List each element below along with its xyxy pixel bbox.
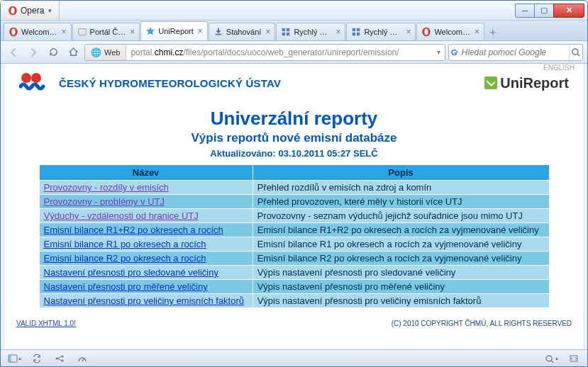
- turbo-button[interactable]: [74, 352, 90, 365]
- tab-close-icon[interactable]: ×: [335, 28, 340, 36]
- report-name-cell: Nastavení přesnosti pro veličiny emisníc…: [39, 294, 253, 308]
- search-go-button[interactable]: [569, 45, 582, 60]
- search-engine-icon[interactable]: G ▾: [449, 47, 462, 57]
- report-desc-cell: Provozovny - seznam výduchů jejichž souř…: [253, 209, 549, 223]
- col-desc-header: Popis: [253, 165, 549, 181]
- new-tab-button[interactable]: +: [485, 25, 501, 40]
- page-subtitle: Výpis reportů nové emisní databáze: [13, 131, 575, 145]
- search-input[interactable]: [462, 47, 569, 57]
- page-footer: VALID XHTML 1.0! (C) 2010 COPYRIGHT ČHMÚ…: [13, 320, 575, 327]
- panel-icon: [8, 354, 18, 363]
- tab[interactable]: UniReport×: [140, 21, 208, 40]
- svg-rect-7: [287, 28, 289, 31]
- url-text[interactable]: portal.chmi.cz/files/portal/docs/uoco/we…: [126, 47, 433, 57]
- svg-rect-11: [357, 28, 360, 31]
- link-button[interactable]: [52, 352, 67, 365]
- table-row: Výduchy - vzdálenosti od hranice UTJProv…: [39, 209, 549, 223]
- copyright-text: (C) 2010 COPYRIGHT ČHMÚ, ALL RIGHTS RESE…: [392, 320, 572, 327]
- tab-favicon-icon: [213, 27, 223, 37]
- tab[interactable]: Portál Č…×: [72, 23, 140, 40]
- chmi-logo-icon: [19, 72, 53, 94]
- tab-favicon-icon: [145, 26, 155, 36]
- table-row: Emisní bilance R1 po okresech a rocíchEm…: [39, 237, 549, 252]
- tab-bar: Welcom…×Portál Č…×UniReport×Stahování×Ry…: [1, 21, 587, 41]
- report-link[interactable]: Nastavení přesnosti pro sledované veliči…: [44, 267, 218, 278]
- svg-rect-12: [353, 33, 355, 35]
- reload-button[interactable]: [45, 44, 62, 61]
- report-desc-cell: Výpis nastavení přesnosti pro sledované …: [253, 266, 549, 280]
- report-name-cell: Nastavení přesnosti pro sledované veliči…: [39, 266, 253, 280]
- report-name-cell: Výduchy - vzdálenosti od hranice UTJ: [39, 209, 253, 223]
- tab[interactable]: Rychlý p…×: [346, 23, 416, 40]
- close-button[interactable]: ✕: [553, 4, 584, 18]
- svg-rect-4: [78, 29, 86, 35]
- tab-close-icon[interactable]: ×: [265, 28, 270, 36]
- report-desc-cell: Výpis nastavení přesnosti pro veličiny e…: [253, 294, 549, 308]
- fit-button[interactable]: [566, 352, 582, 365]
- fit-icon: [569, 354, 579, 363]
- opera-menu-button[interactable]: Opera ▾: [1, 1, 60, 20]
- report-link[interactable]: Výduchy - vzdálenosti od hranice UTJ: [44, 210, 199, 221]
- svg-rect-22: [9, 355, 11, 362]
- reload-icon: [48, 47, 59, 57]
- forward-button[interactable]: [25, 44, 42, 61]
- svg-point-15: [425, 28, 428, 35]
- opera-logo-icon: [8, 6, 18, 16]
- google-g-icon: G ▾: [450, 47, 460, 57]
- back-arrow-icon: [8, 47, 19, 58]
- svg-point-26: [546, 356, 552, 361]
- tab[interactable]: Welcom…×: [416, 23, 484, 40]
- address-bar[interactable]: 🌐 Web portal.chmi.cz/files/portal/docs/u…: [84, 44, 445, 61]
- svg-point-19: [21, 73, 31, 83]
- report-link[interactable]: Nastavení přesnosti pro veličiny emisníc…: [44, 295, 245, 306]
- minimize-button[interactable]: ─: [515, 4, 535, 18]
- tab-close-icon[interactable]: ×: [406, 28, 411, 36]
- tab-close-icon[interactable]: ×: [475, 28, 479, 36]
- status-bar: ▴ ▴: [1, 349, 587, 366]
- table-row: Emisní bilance R1+R2 po okresech a rocíc…: [39, 223, 549, 237]
- report-link[interactable]: Provozovny - rozdíly v emisích: [44, 182, 169, 193]
- tab-label: Rychlý p…: [364, 28, 401, 36]
- report-link[interactable]: Emisní bilance R2 po okresech a rocích: [44, 253, 206, 264]
- report-desc-cell: Přehled provozoven, které měly v histori…: [253, 195, 549, 209]
- tab-favicon-icon: [281, 27, 291, 37]
- search-box[interactable]: G ▾: [448, 44, 583, 61]
- reports-table: Název Popis Provozovny - rozdíly v emisí…: [39, 164, 550, 308]
- table-row: Provozovny - problémy v UTJPřehled provo…: [39, 195, 549, 209]
- tab-close-icon[interactable]: ×: [130, 28, 135, 36]
- valid-xhtml-link[interactable]: VALID XHTML 1.0!: [16, 320, 76, 327]
- svg-point-20: [31, 73, 41, 83]
- report-name-cell: Emisní bilance R1 po okresech a rocích: [39, 237, 253, 252]
- report-link[interactable]: Emisní bilance R1 po okresech a rocích: [44, 239, 206, 249]
- page-content: ENGLISH ČESKÝ HYDROMETEOROLOGICKÝ ÚSTAV …: [5, 64, 583, 327]
- report-link[interactable]: Provozovny - problémy v UTJ: [44, 196, 165, 207]
- zoom-button[interactable]: ▴: [543, 352, 559, 365]
- address-scheme-chip[interactable]: 🌐 Web: [85, 45, 126, 60]
- globe-icon: 🌐: [91, 47, 101, 57]
- sync-button[interactable]: [29, 352, 45, 365]
- window-controls: ─ ▢ ✕: [516, 4, 584, 18]
- maximize-button[interactable]: ▢: [534, 4, 554, 18]
- svg-text:▾: ▾: [456, 50, 458, 54]
- gauge-icon: [77, 354, 87, 363]
- address-dropdown-icon[interactable]: ▾: [433, 48, 445, 56]
- share-icon: [55, 354, 65, 363]
- tab[interactable]: Welcom…×: [4, 23, 72, 40]
- tab-close-icon[interactable]: ×: [62, 28, 67, 36]
- magnifier-icon: [571, 47, 581, 57]
- tab-label: Welcom…: [21, 28, 57, 36]
- svg-rect-6: [282, 28, 285, 31]
- tab-close-icon[interactable]: ×: [198, 27, 203, 35]
- back-button[interactable]: [5, 44, 22, 61]
- tab-favicon-icon: [9, 27, 18, 37]
- page-viewport: ENGLISH ČESKÝ HYDROMETEOROLOGICKÝ ÚSTAV …: [1, 64, 587, 349]
- home-button[interactable]: [65, 44, 82, 61]
- report-link[interactable]: Nastavení přesnosti pro měřené veličiny: [44, 281, 208, 292]
- zoom-icon: [545, 354, 555, 363]
- report-link[interactable]: Emisní bilance R1+R2 po okresech a rocíc…: [44, 225, 223, 235]
- tab[interactable]: Stahování×: [209, 23, 276, 40]
- tab-favicon-icon: [351, 27, 361, 37]
- panel-button[interactable]: ▴: [6, 352, 22, 365]
- tab[interactable]: Rychlý p…×: [276, 23, 345, 40]
- updated-stamp: Aktualizováno: 03.10.2011 05:27 SELČ: [13, 148, 575, 159]
